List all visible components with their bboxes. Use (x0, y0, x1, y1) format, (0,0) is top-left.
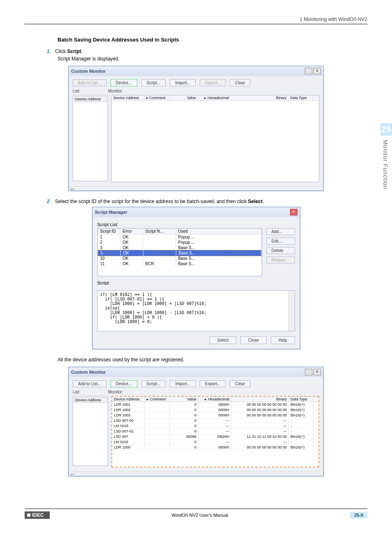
scroll-hint: ◂ ▸ (69, 472, 323, 476)
import-button[interactable]: Import... (170, 79, 196, 86)
sm-col-used[interactable]: Used (176, 229, 262, 234)
clear-button[interactable]: Clear (230, 380, 250, 387)
registered-note: All the device addresses used by the scr… (58, 357, 367, 363)
header-breadcrumb: 1 Monitoring with WindO/I-NV2 (25, 16, 367, 24)
sm-script-label: Script: (97, 280, 295, 285)
step-2: 2 Select the script ID of the script for… (47, 199, 367, 204)
mon-col-hex[interactable]: ▸ Hexadecimal (198, 95, 231, 100)
list-box[interactable]: Device Address (73, 396, 108, 466)
sm-close-button[interactable]: Close (240, 336, 267, 344)
step-1-num: 1 (47, 49, 50, 54)
page-footer: IDEC WindO/I-NV2 User's Manual 25-9 (25, 509, 367, 519)
script-row[interactable]: 11OKBCRBase S... (98, 261, 262, 266)
brand-logo: IDEC (25, 511, 50, 519)
monitor-box[interactable]: Device Address ▸ Comment Value ▸ Hexadec… (111, 396, 319, 467)
cm-monitor-label: Monitor: (108, 390, 123, 394)
mon-col-address[interactable]: Device Address (112, 95, 145, 100)
monitor-box[interactable]: Device Address ▸ Comment Value ▸ Hexadec… (111, 95, 319, 182)
sm-col-name[interactable]: Script N... (143, 229, 176, 234)
sm-col-id[interactable]: Script ID (98, 229, 120, 234)
list-header: Device Address (74, 397, 107, 403)
import-button[interactable]: Import... (170, 380, 196, 387)
sm-edit-button[interactable]: Edit... (266, 238, 295, 245)
script-list[interactable]: Script ID Error Script N... Used 1OKPopu… (97, 228, 262, 276)
sm-select-button[interactable]: Select (210, 336, 237, 344)
mon-col-binary[interactable]: Binary (231, 397, 289, 402)
sm-col-err[interactable]: Error (120, 229, 143, 234)
step-1-post: . (81, 49, 82, 54)
cm-list-label: List: (73, 390, 108, 394)
minimize-icon[interactable]: _ (305, 369, 312, 375)
monitor-row[interactable]: LM 01030------- (112, 423, 318, 429)
monitor-row[interactable]: LSD 00756096DB20H11 01 10 11 00 10 00 00… (112, 434, 318, 439)
section-title: Batch Saving Device Addresses Used in Sc… (58, 37, 367, 43)
script-manager-window: Script Manager × Script List: Script ID … (92, 207, 300, 349)
sm-help-button[interactable]: Help (271, 336, 295, 344)
mon-col-comment[interactable]: ▸ Comment (145, 397, 170, 402)
mon-col-datatype[interactable]: Data Type (289, 397, 314, 402)
sm-title: Script Manager (95, 210, 127, 215)
script-row[interactable]: 5OKBase S... (98, 250, 262, 256)
sm-add-button[interactable]: Add... (266, 228, 295, 235)
mon-col-datatype[interactable]: Data Type (288, 95, 313, 100)
close-icon[interactable]: × (314, 369, 321, 375)
mon-col-value[interactable]: Value (169, 95, 198, 100)
script-row[interactable]: 3OKBase S... (98, 245, 262, 250)
monitor-row[interactable]: LDR 100300000H00 00 00 00 00 00 00 00Bin… (112, 413, 318, 418)
cm-title: Custom Monitor (71, 69, 106, 74)
manual-title: WindO/I-NV2 User's Manual (171, 513, 228, 518)
script-button[interactable]: Script... (141, 79, 166, 86)
script-body[interactable]: if( [LM 0102] == 1 ){ if( [LSD 007-01] =… (97, 290, 295, 331)
cm-title: Custom Monitor (71, 370, 106, 375)
list-box[interactable]: Device Address (73, 95, 108, 181)
mon-col-comment[interactable]: ▸ Comment (145, 95, 169, 100)
mon-col-binary[interactable]: Binary (231, 95, 288, 100)
list-header: Device Address (74, 96, 107, 102)
add-to-list-button[interactable]: Add to List... (73, 380, 106, 387)
minimize-icon[interactable]: _ (305, 68, 312, 74)
export-button[interactable]: Export... (200, 380, 226, 387)
monitor-row[interactable]: LM 01020------- (112, 439, 318, 445)
chapter-label: Monitor Function (382, 136, 389, 189)
monitor-row[interactable]: LDR 100200000H00 00 00 00 00 00 00 00Bin… (112, 407, 318, 413)
custom-monitor-window-filled: Custom Monitor _ × Add to List... Device… (68, 367, 324, 476)
cm-monitor-label: Monitor: (108, 89, 123, 93)
monitor-row[interactable]: LSD 007-010------- (112, 429, 318, 434)
monitor-row[interactable]: LDR 100100000H00 00 00 00 00 00 00 00Bin… (112, 402, 318, 407)
script-row[interactable]: 1OKPopup ... (98, 234, 262, 240)
monitor-row[interactable]: LDR 100000000H00 00 00 00 00 00 00 00Bin… (112, 445, 318, 450)
sm-reduce-button[interactable]: Reduce (266, 257, 295, 264)
scroll-hint: ◂ ▸ (69, 186, 323, 191)
step-2-post: . (263, 199, 264, 204)
export-button[interactable]: Export... (200, 79, 226, 86)
step-1-sub: Script Manager is displayed. (58, 56, 367, 62)
chapter-number: 25 (380, 123, 392, 136)
custom-monitor-window: Custom Monitor _ × Add to List... Device… (68, 66, 324, 191)
clear-button[interactable]: Clear (230, 79, 250, 86)
add-to-list-button[interactable]: Add to List... (73, 79, 106, 86)
mon-col-value[interactable]: Value (170, 397, 198, 402)
script-button[interactable]: Script... (141, 380, 166, 387)
script-row[interactable]: 2OKPopup ... (98, 240, 262, 245)
step-2-bold: Select (248, 199, 263, 204)
mon-col-hex[interactable]: ▸ Hexadecimal (198, 397, 231, 402)
step-1-pre: Click (55, 49, 67, 54)
script-text: if( [LM 0102] == 1 ){ if( [LSD 007-01] =… (100, 292, 207, 324)
page-number: 25-9 (350, 512, 367, 518)
step-2-num: 2 (47, 199, 50, 204)
cm-list-label: List: (73, 89, 108, 93)
sm-list-label: Script List: (97, 222, 295, 227)
sm-delete-button[interactable]: Delete (266, 247, 295, 254)
device-button[interactable]: Device... (111, 79, 137, 86)
chapter-tab: 25 Monitor Function (380, 123, 392, 206)
close-icon[interactable]: × (290, 209, 297, 215)
scrollbar[interactable] (288, 291, 295, 331)
step-1-bold: Script (67, 49, 81, 54)
device-button[interactable]: Device... (111, 380, 137, 387)
monitor-row[interactable]: LSD 007-000------- (112, 418, 318, 423)
script-row[interactable]: 10OKBase S... (98, 256, 262, 261)
close-icon[interactable]: × (314, 68, 321, 74)
step-2-pre: Select the script ID of the script for t… (55, 199, 248, 204)
mon-col-address[interactable]: Device Address (112, 397, 145, 402)
step-1: 1 Click Script. (47, 49, 367, 54)
